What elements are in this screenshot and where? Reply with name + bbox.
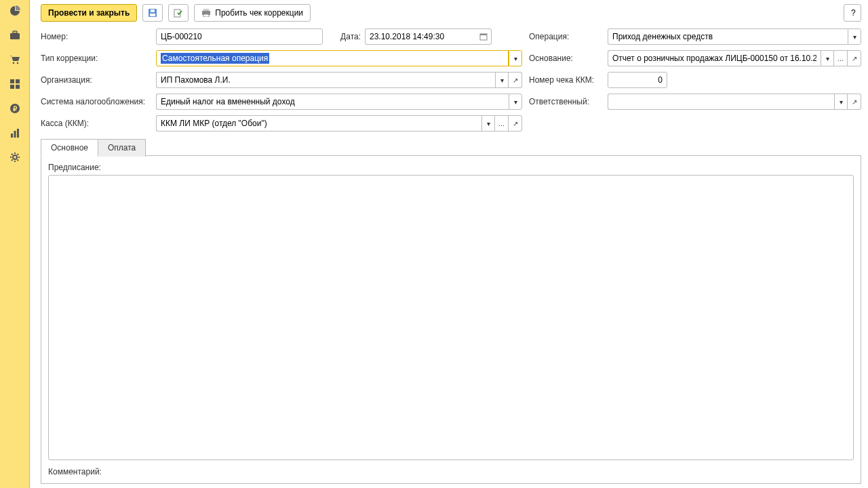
- responsible-label: Ответственный:: [529, 97, 604, 106]
- prescription-label: Предписание:: [48, 163, 854, 172]
- nav-gear-icon[interactable]: [7, 149, 23, 165]
- svg-point-3: [16, 62, 18, 64]
- tab-pane-main: Предписание: Комментарий:: [41, 155, 861, 484]
- kkm-label: Касса (ККМ):: [41, 119, 152, 128]
- check-no-input[interactable]: [608, 72, 667, 88]
- dropdown-icon[interactable]: ▾: [509, 50, 522, 66]
- open-icon[interactable]: ↗: [848, 50, 861, 66]
- dropdown-icon[interactable]: ▾: [509, 94, 522, 110]
- svg-rect-22: [480, 34, 487, 35]
- correction-type-value: Самостоятельная операция: [161, 53, 269, 64]
- operation-input[interactable]: [608, 28, 848, 45]
- svg-rect-20: [203, 14, 209, 17]
- correction-type-input[interactable]: Самостоятельная операция: [156, 50, 509, 66]
- print-correction-label: Пробить чек коррекции: [215, 8, 303, 18]
- tabs: Основное Оплата: [41, 138, 861, 156]
- check-no-label: Номер чека ККМ:: [529, 75, 604, 85]
- svg-rect-0: [10, 33, 20, 39]
- svg-rect-16: [151, 9, 155, 12]
- toolbar: Провести и закрыть Пробить чек коррекции…: [41, 4, 861, 22]
- dropdown-icon[interactable]: ▾: [848, 28, 861, 45]
- open-icon[interactable]: ↗: [848, 94, 861, 110]
- svg-rect-11: [14, 131, 16, 138]
- basis-input[interactable]: [608, 50, 821, 66]
- comment-label: Комментарий:: [48, 467, 854, 476]
- org-label: Организация:: [41, 75, 152, 85]
- basis-label: Основание:: [529, 54, 604, 63]
- calendar-icon[interactable]: [475, 28, 492, 45]
- svg-rect-7: [16, 85, 20, 89]
- post-button[interactable]: [168, 4, 189, 22]
- svg-point-2: [12, 62, 14, 64]
- nav-grid-icon[interactable]: [7, 76, 23, 92]
- nav-pie-icon[interactable]: [7, 3, 23, 19]
- svg-rect-15: [150, 14, 155, 16]
- dropdown-icon[interactable]: ▾: [495, 72, 509, 88]
- svg-rect-6: [10, 85, 14, 89]
- open-icon[interactable]: ↗: [509, 72, 522, 88]
- help-button[interactable]: ?: [844, 4, 861, 22]
- svg-rect-5: [16, 79, 20, 83]
- submit-close-button[interactable]: Провести и закрыть: [41, 4, 137, 22]
- nav-sidebar: ₽: [0, 0, 30, 488]
- svg-rect-19: [203, 9, 209, 11]
- kkm-input[interactable]: [156, 115, 481, 131]
- date-input[interactable]: [365, 28, 475, 45]
- tax-input[interactable]: [156, 94, 509, 110]
- prescription-textarea[interactable]: [48, 175, 854, 460]
- svg-point-13: [13, 155, 17, 159]
- dropdown-icon[interactable]: ▾: [834, 94, 848, 110]
- number-input[interactable]: [156, 28, 323, 45]
- number-label: Номер:: [41, 32, 152, 41]
- nav-cart-icon[interactable]: [7, 52, 23, 68]
- operation-label: Операция:: [529, 32, 604, 41]
- tax-label: Система налогообложения:: [41, 97, 152, 106]
- nav-ruble-icon[interactable]: ₽: [7, 100, 23, 117]
- tab-main[interactable]: Основное: [41, 139, 98, 157]
- nav-chart-icon[interactable]: [7, 125, 23, 141]
- print-correction-button[interactable]: Пробить чек коррекции: [194, 4, 311, 22]
- save-button[interactable]: [142, 4, 163, 22]
- main-content: Провести и закрыть Пробить чек коррекции…: [30, 0, 868, 488]
- correction-type-label: Тип коррекции:: [41, 54, 152, 63]
- open-icon[interactable]: ↗: [509, 115, 522, 131]
- date-label: Дата:: [327, 32, 361, 41]
- nav-briefcase-icon[interactable]: [7, 27, 23, 43]
- svg-rect-1: [13, 31, 17, 33]
- svg-rect-4: [10, 79, 14, 83]
- tab-payment[interactable]: Оплата: [98, 139, 146, 157]
- svg-text:₽: ₽: [13, 105, 18, 113]
- more-icon[interactable]: …: [495, 115, 509, 131]
- dropdown-icon[interactable]: ▾: [481, 115, 495, 131]
- more-icon[interactable]: …: [834, 50, 848, 66]
- org-input[interactable]: [156, 72, 495, 88]
- svg-rect-10: [11, 134, 13, 138]
- svg-rect-12: [17, 129, 19, 138]
- responsible-input[interactable]: [608, 94, 834, 110]
- dropdown-icon[interactable]: ▾: [821, 50, 834, 66]
